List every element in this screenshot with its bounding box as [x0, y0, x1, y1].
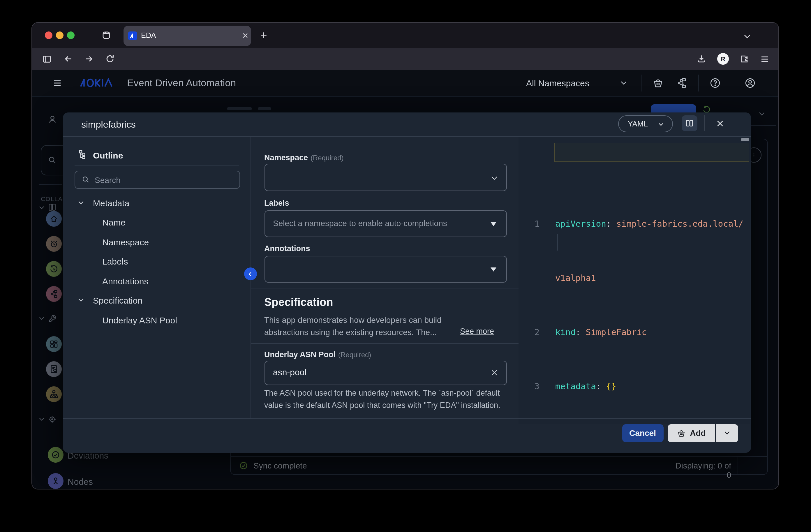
outline-item-metadata[interactable]: Metadata	[93, 198, 129, 208]
uap-input[interactable]: asn-pool	[264, 361, 507, 385]
outline-item-annotations[interactable]: Annotations	[102, 276, 148, 286]
eda-favicon-icon	[128, 31, 137, 40]
indent-guide	[557, 234, 557, 250]
outline-item-underlay-asn-pool[interactable]: Underlay ASN Pool	[102, 315, 177, 325]
profile-avatar[interactable]: R	[717, 53, 729, 65]
reload-icon[interactable]	[105, 54, 116, 64]
maximize-window-button[interactable]	[67, 31, 75, 39]
displaying-count: Displaying: 0 of 0	[673, 461, 731, 480]
annotations-field-label: Annotations	[264, 244, 310, 253]
format-selector-dropdown[interactable]: YAML	[618, 116, 673, 132]
status-divider	[738, 457, 738, 474]
modal-header-divider	[704, 116, 705, 131]
clear-input-icon[interactable]	[490, 368, 499, 377]
collapse-panel-chevron-icon[interactable]	[758, 109, 766, 118]
namespace-selector[interactable]: All Namespaces	[526, 78, 589, 88]
back-icon[interactable]	[63, 54, 73, 64]
sidebar-book-icon[interactable]	[47, 202, 57, 212]
list-all-tabs-icon[interactable]	[743, 32, 752, 41]
sidebar-user-icon[interactable]	[47, 114, 58, 125]
outline-item-namespace[interactable]: Namespace	[102, 237, 149, 247]
namespace-chevron-icon[interactable]	[619, 79, 628, 87]
close-window-button[interactable]	[45, 31, 52, 39]
sidebar-queries-icon[interactable]	[46, 361, 62, 377]
sidebar-history-icon[interactable]	[46, 261, 62, 276]
close-tab-icon[interactable]	[241, 31, 249, 40]
outline-header: Outline	[93, 150, 123, 160]
add-options-chevron-button[interactable]	[716, 424, 738, 442]
transactions-flow-icon[interactable]	[675, 77, 688, 89]
sidebar-group-chevron-icon[interactable]	[38, 315, 45, 322]
uap-field-label: Underlay ASN Pool (Required)	[264, 349, 371, 360]
spec-description-line1: This app demonstrates how developers can…	[264, 315, 442, 324]
chevron-down-icon	[723, 429, 731, 437]
downloads-icon[interactable]	[696, 54, 707, 64]
cancel-button[interactable]: Cancel	[622, 424, 663, 442]
add-button[interactable]: Add	[668, 424, 715, 442]
annotations-dropdown[interactable]	[264, 256, 507, 283]
app-menu-icon[interactable]	[52, 78, 62, 88]
specification-chevron-icon[interactable]	[77, 296, 85, 304]
new-tab-button[interactable]	[259, 31, 268, 40]
outline-item-name[interactable]: Name	[102, 217, 125, 227]
see-more-link[interactable]: See more	[460, 327, 494, 336]
create-button-partial[interactable]	[651, 104, 696, 112]
table-status-bar: Sync complete Displaying: 0 of 0	[230, 456, 767, 474]
format-selector-value: YAML	[628, 119, 648, 128]
outline-search-box[interactable]	[74, 171, 240, 189]
outline-divider	[74, 166, 239, 166]
sidebar-alarms-icon[interactable]	[46, 236, 62, 252]
outline-item-specification[interactable]: Specification	[93, 295, 142, 305]
sidebar-target-icon[interactable]	[47, 414, 57, 424]
minimize-window-button[interactable]	[56, 31, 63, 39]
labels-placeholder: Select a namespace to enable auto-comple…	[273, 218, 447, 228]
modal-footer: Cancel Add	[63, 419, 751, 453]
firefox-view-icon[interactable]	[102, 30, 111, 40]
extensions-puzzle-icon[interactable]	[739, 54, 749, 64]
sidebar-topology-icon[interactable]	[46, 386, 62, 402]
forward-icon[interactable]	[84, 54, 94, 64]
sidebar-tools-wrench-icon[interactable]	[47, 314, 57, 323]
tab-strip: EDA	[32, 23, 778, 48]
yaml-editor[interactable]: 1apiVersion: simple-fabrics.eda.local/ v…	[519, 137, 750, 424]
caret-down-icon	[490, 222, 496, 226]
outline-item-labels[interactable]: Labels	[102, 256, 128, 266]
sidebar-group-chevron-icon[interactable]	[38, 204, 45, 212]
background-toolbar-divider	[749, 125, 776, 126]
uap-help-line1: The ASN pool used for the underlay netwo…	[264, 389, 500, 397]
sidebar-transactions-icon[interactable]	[46, 286, 62, 302]
sync-status: Sync complete	[254, 461, 307, 470]
metadata-chevron-icon[interactable]	[77, 199, 85, 207]
outline-tree-icon	[78, 149, 89, 160]
yaml-line: 1apiVersion: simple-fabrics.eda.local/	[519, 215, 750, 233]
browser-tab-eda[interactable]: EDA	[123, 26, 251, 46]
sidebar-deviations-icon[interactable]	[47, 447, 63, 463]
yaml-line: 3metadata: {}	[519, 378, 750, 396]
form-section-divider	[251, 343, 518, 344]
modal-close-icon[interactable]	[715, 119, 724, 128]
sidebar-item-nodes[interactable]: Nodes	[67, 476, 93, 486]
sidebar-group-chevron-icon[interactable]	[38, 415, 45, 423]
cancel-label: Cancel	[629, 428, 656, 438]
help-icon[interactable]	[709, 77, 721, 89]
search-input[interactable]	[93, 172, 236, 188]
sidebar-collapse-label: COLLA	[41, 195, 63, 202]
labels-dropdown[interactable]: Select a namespace to enable auto-comple…	[264, 210, 507, 237]
spec-section-heading: Specification	[264, 296, 333, 309]
menu-hamburger-icon[interactable]	[760, 54, 770, 64]
sync-check-icon	[239, 461, 248, 470]
sidebar-home-icon[interactable]	[46, 211, 62, 226]
profile-initial: R	[721, 55, 725, 62]
user-account-icon[interactable]	[744, 77, 756, 89]
sidebar-dashboards-icon[interactable]	[46, 336, 62, 352]
sidebar-nodes-icon[interactable]	[47, 473, 63, 489]
uap-help-line2: value is the default ASN pool that comes…	[264, 401, 501, 410]
sidebar-toggle-icon[interactable]	[42, 54, 52, 64]
screenshot-stage: EDA	[0, 0, 811, 532]
collapse-outline-button[interactable]	[244, 268, 257, 280]
format-chevron-icon	[657, 121, 664, 128]
namespace-select[interactable]	[264, 164, 507, 191]
split-view-button[interactable]	[682, 116, 697, 131]
basket-icon[interactable]	[652, 77, 664, 89]
editor-scrollbar-thumb[interactable]	[741, 138, 749, 141]
